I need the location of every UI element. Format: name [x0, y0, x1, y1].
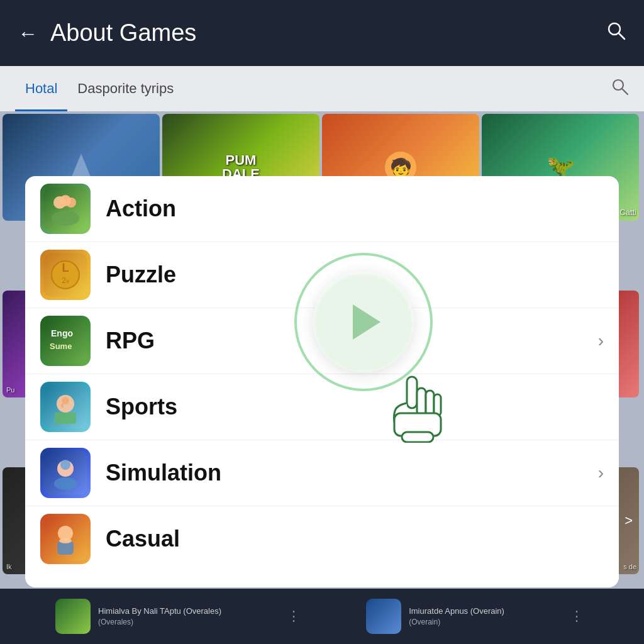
- svg-point-29: [59, 538, 72, 543]
- svg-rect-21: [61, 404, 64, 408]
- svg-rect-14: [43, 319, 87, 363]
- rpg-icon: Engo Sume: [40, 316, 91, 366]
- category-simulation[interactable]: Simulation ›: [25, 440, 619, 506]
- puzzle-icon: L 2₉: [40, 250, 91, 300]
- bottom-dots-2[interactable]: ⋮: [570, 608, 584, 625]
- bottom-bar: Himialva By Nali TAptu (Overales) (Overa…: [0, 589, 644, 644]
- category-panel: Action L 2₉ Puzzle Engo Sume RPG ›: [25, 176, 619, 587]
- svg-text:2₉: 2₉: [62, 276, 69, 285]
- rpg-chevron: ›: [598, 331, 604, 351]
- category-action[interactable]: Action: [25, 176, 619, 242]
- page-title: About Games: [50, 19, 606, 47]
- puzzle-label: Puzzle: [106, 262, 604, 288]
- svg-text:Sume: Sume: [50, 341, 72, 351]
- search-icon[interactable]: [606, 21, 626, 45]
- svg-point-20: [62, 397, 69, 404]
- simulation-label: Simulation: [106, 460, 593, 486]
- simulation-icon: [40, 448, 91, 498]
- svg-line-1: [619, 33, 625, 39]
- top-bar: ← About Games: [0, 0, 644, 66]
- bottom-item-2-label: Imiuratde Apnus (Overain): [409, 606, 504, 617]
- bottom-item-1-label: Himialva By Nali TAptu (Overales): [98, 606, 221, 617]
- action-icon: [40, 184, 91, 234]
- sports-icon: [40, 382, 91, 432]
- category-casual[interactable]: Casual: [25, 506, 619, 572]
- svg-line-3: [622, 89, 628, 94]
- svg-point-24: [60, 460, 70, 470]
- svg-point-8: [60, 195, 71, 206]
- casual-icon: [40, 514, 91, 564]
- tab-bar: Hotal Dasporite tyrips: [0, 66, 644, 111]
- rpg-label: RPG: [106, 328, 593, 354]
- casual-label: Casual: [106, 526, 604, 552]
- category-puzzle[interactable]: L 2₉ Puzzle: [25, 242, 619, 308]
- svg-rect-19: [55, 413, 76, 424]
- svg-marker-4: [72, 153, 91, 177]
- svg-text:L: L: [62, 262, 69, 274]
- svg-point-9: [52, 211, 79, 226]
- tab-search-icon[interactable]: [611, 78, 629, 100]
- simulation-chevron: ›: [598, 463, 604, 483]
- sports-label: Sports: [106, 394, 604, 420]
- category-sports[interactable]: Sports: [25, 374, 619, 440]
- bottom-dots-1[interactable]: ⋮: [287, 608, 301, 625]
- category-rpg[interactable]: Engo Sume RPG ›: [25, 308, 619, 374]
- tab-dasporite[interactable]: Dasporite tyrips: [67, 66, 184, 111]
- back-button[interactable]: ←: [18, 23, 38, 43]
- svg-point-25: [54, 477, 77, 490]
- action-label: Action: [106, 196, 604, 222]
- svg-text:Engo: Engo: [51, 328, 73, 338]
- tab-hotal[interactable]: Hotal: [15, 66, 67, 111]
